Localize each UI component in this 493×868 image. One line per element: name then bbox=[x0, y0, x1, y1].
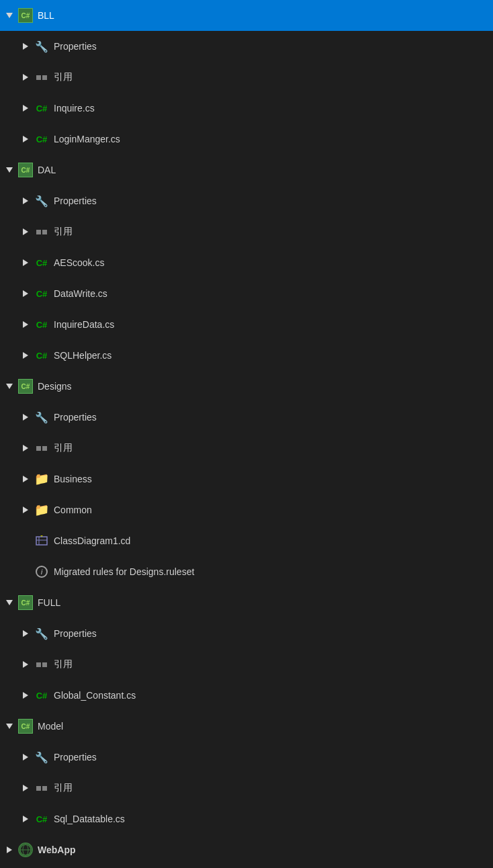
item-label: 引用 bbox=[54, 71, 73, 83]
folder-icon: 📁 bbox=[32, 501, 51, 519]
cs-project-icon: C# bbox=[16, 377, 35, 396]
reference-icon bbox=[32, 68, 51, 87]
tree-item-webapp[interactable]: WebApp bbox=[0, 834, 493, 865]
expand-arrow[interactable] bbox=[19, 247, 32, 278]
item-label: WebApp bbox=[38, 844, 76, 855]
item-label: DataWrite.cs bbox=[54, 288, 107, 299]
reference-icon bbox=[32, 779, 51, 797]
reference-icon bbox=[32, 439, 51, 458]
expand-arrow[interactable] bbox=[19, 804, 32, 834]
expand-arrow[interactable] bbox=[19, 124, 32, 155]
tree-item-full-properties[interactable]: 🔧 Properties bbox=[0, 618, 493, 649]
tree-item-designs-properties[interactable]: 🔧 Properties bbox=[0, 402, 493, 433]
cs-project-icon: C# bbox=[16, 161, 35, 179]
expand-arrow[interactable] bbox=[19, 680, 32, 711]
expand-arrow[interactable] bbox=[19, 31, 32, 62]
collapse-arrow[interactable] bbox=[3, 711, 16, 742]
solution-explorer-tree: C# BLL 🔧 Properties 引用 C# bbox=[0, 0, 493, 865]
tree-item-model[interactable]: C# Model bbox=[0, 711, 493, 742]
wrench-icon: 🔧 bbox=[32, 191, 51, 210]
expand-arrow[interactable] bbox=[19, 464, 32, 494]
expand-arrow[interactable] bbox=[19, 649, 32, 680]
tree-item-dal-sqlhelper[interactable]: C# SQLHelper.cs bbox=[0, 340, 493, 371]
expand-arrow[interactable] bbox=[19, 93, 32, 124]
tree-item-bll[interactable]: C# BLL bbox=[0, 0, 493, 31]
collapse-arrow[interactable] bbox=[3, 0, 16, 31]
expand-arrow[interactable] bbox=[3, 834, 16, 865]
no-expand bbox=[19, 525, 32, 556]
cs-project-icon: C# bbox=[16, 593, 35, 612]
tree-item-dal-aescook[interactable]: C# AEScook.cs bbox=[0, 247, 493, 278]
wrench-icon: 🔧 bbox=[32, 748, 51, 767]
item-label: 引用 bbox=[54, 658, 73, 670]
collapse-arrow[interactable] bbox=[3, 155, 16, 185]
tree-item-designs-references[interactable]: 引用 bbox=[0, 433, 493, 464]
expand-arrow[interactable] bbox=[19, 216, 32, 247]
item-label: Properties bbox=[54, 628, 97, 639]
cs-file-icon: C# bbox=[32, 284, 51, 303]
class-diagram-icon bbox=[32, 531, 51, 550]
collapse-arrow[interactable] bbox=[3, 371, 16, 402]
expand-arrow[interactable] bbox=[19, 494, 32, 525]
wrench-icon: 🔧 bbox=[32, 624, 51, 643]
expand-arrow[interactable] bbox=[19, 309, 32, 340]
ruleset-icon: i bbox=[32, 562, 51, 581]
expand-arrow[interactable] bbox=[19, 742, 32, 773]
cs-project-icon: C# bbox=[16, 6, 35, 25]
tree-item-model-sqldatatable[interactable]: C# Sql_Datatable.cs bbox=[0, 804, 493, 834]
wrench-icon: 🔧 bbox=[32, 408, 51, 427]
no-expand bbox=[19, 556, 32, 587]
collapse-arrow[interactable] bbox=[3, 587, 16, 618]
tree-item-bll-loginmanger[interactable]: C# LoginManger.cs bbox=[0, 124, 493, 155]
tree-item-dal-datawrite[interactable]: C# DataWrite.cs bbox=[0, 278, 493, 309]
reference-icon bbox=[32, 222, 51, 241]
cs-file-icon: C# bbox=[32, 99, 51, 118]
expand-arrow[interactable] bbox=[19, 340, 32, 371]
tree-item-full-references[interactable]: 引用 bbox=[0, 649, 493, 680]
tree-item-designs-ruleset[interactable]: i Migrated rules for Designs.ruleset bbox=[0, 556, 493, 587]
item-label: Common bbox=[54, 505, 92, 515]
item-label: BLL bbox=[38, 10, 54, 21]
tree-item-model-references[interactable]: 引用 bbox=[0, 773, 493, 804]
tree-item-bll-references[interactable]: 引用 bbox=[0, 62, 493, 93]
tree-item-dal[interactable]: C# DAL bbox=[0, 155, 493, 185]
expand-arrow[interactable] bbox=[19, 433, 32, 464]
tree-item-designs-classdiagram[interactable]: ClassDiagram1.cd bbox=[0, 525, 493, 556]
tree-item-full-global[interactable]: C# Global_Constant.cs bbox=[0, 680, 493, 711]
tree-item-bll-inquire[interactable]: C# Inquire.cs bbox=[0, 93, 493, 124]
expand-arrow[interactable] bbox=[19, 618, 32, 649]
item-label: Migrated rules for Designs.ruleset bbox=[54, 566, 194, 577]
expand-arrow[interactable] bbox=[19, 185, 32, 216]
expand-arrow[interactable] bbox=[19, 773, 32, 804]
cs-file-icon: C# bbox=[32, 315, 51, 334]
tree-item-dal-references[interactable]: 引用 bbox=[0, 216, 493, 247]
cs-file-icon: C# bbox=[32, 686, 51, 705]
tree-item-designs-business[interactable]: 📁 Business bbox=[0, 464, 493, 494]
item-label: Sql_Datatable.cs bbox=[54, 814, 125, 824]
item-label: 引用 bbox=[54, 782, 73, 794]
cs-file-icon: C# bbox=[32, 810, 51, 828]
item-label: 引用 bbox=[54, 442, 73, 454]
reference-icon bbox=[32, 655, 51, 674]
item-label: ClassDiagram1.cd bbox=[54, 535, 130, 546]
item-label: Properties bbox=[54, 412, 97, 423]
expand-arrow[interactable] bbox=[19, 402, 32, 433]
tree-item-model-properties[interactable]: 🔧 Properties bbox=[0, 742, 493, 773]
folder-icon: 📁 bbox=[32, 470, 51, 488]
item-label: Inquire.cs bbox=[54, 103, 95, 114]
expand-arrow[interactable] bbox=[19, 62, 32, 93]
tree-item-designs-common[interactable]: 📁 Common bbox=[0, 494, 493, 525]
item-label: SQLHelper.cs bbox=[54, 350, 111, 361]
cs-project-icon: C# bbox=[16, 717, 35, 736]
item-label: Properties bbox=[54, 752, 97, 763]
item-label: LoginManger.cs bbox=[54, 134, 120, 144]
item-label: DAL bbox=[38, 165, 56, 175]
tree-item-bll-properties[interactable]: 🔧 Properties bbox=[0, 31, 493, 62]
tree-item-full[interactable]: C# FULL bbox=[0, 587, 493, 618]
item-label: Properties bbox=[54, 196, 97, 206]
expand-arrow[interactable] bbox=[19, 278, 32, 309]
tree-item-designs[interactable]: C# Designs bbox=[0, 371, 493, 402]
tree-item-dal-properties[interactable]: 🔧 Properties bbox=[0, 185, 493, 216]
item-label: Business bbox=[54, 474, 92, 484]
tree-item-dal-inquiredata[interactable]: C# InquireData.cs bbox=[0, 309, 493, 340]
